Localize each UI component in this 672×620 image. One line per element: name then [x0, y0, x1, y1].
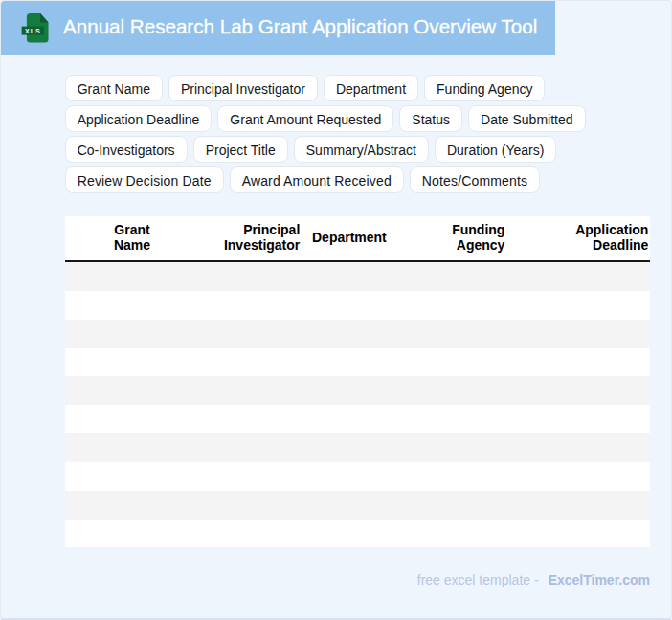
- svg-text:XLS: XLS: [25, 27, 40, 35]
